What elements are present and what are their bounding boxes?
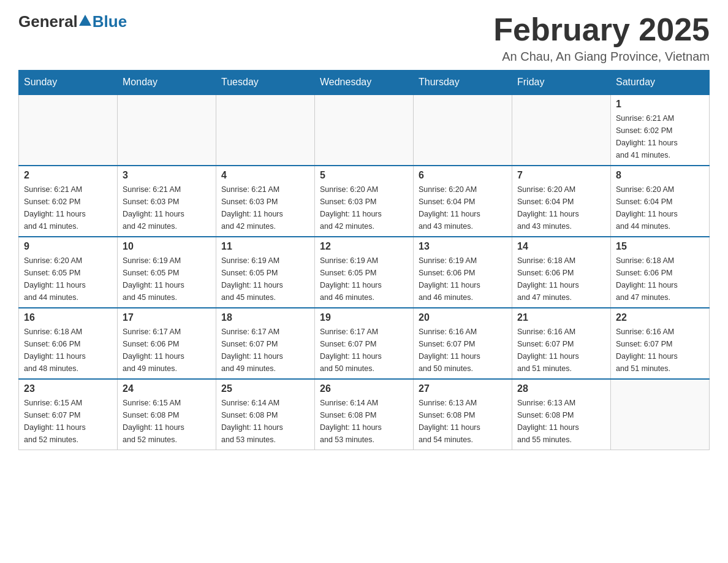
day-header-friday: Friday [512, 71, 611, 95]
month-title: February 2025 [493, 12, 710, 47]
day-header-saturday: Saturday [611, 71, 710, 95]
day-info: Sunrise: 6:13 AMSunset: 6:08 PMDaylight:… [419, 397, 507, 446]
day-info: Sunrise: 6:16 AMSunset: 6:07 PMDaylight:… [616, 326, 704, 375]
day-number: 17 [123, 312, 211, 323]
day-info: Sunrise: 6:14 AMSunset: 6:08 PMDaylight:… [221, 397, 309, 446]
day-header-sunday: Sunday [19, 71, 118, 95]
day-info: Sunrise: 6:19 AMSunset: 6:05 PMDaylight:… [221, 255, 309, 304]
day-number: 5 [320, 170, 408, 181]
day-number: 21 [517, 312, 605, 323]
day-number: 20 [419, 312, 507, 323]
logo-general: General [18, 12, 78, 31]
calendar-cell: 23Sunrise: 6:15 AMSunset: 6:07 PMDayligh… [19, 379, 118, 450]
day-number: 10 [123, 241, 211, 252]
day-info: Sunrise: 6:21 AMSunset: 6:02 PMDaylight:… [616, 112, 704, 161]
day-info: Sunrise: 6:16 AMSunset: 6:07 PMDaylight:… [517, 326, 605, 375]
day-info: Sunrise: 6:21 AMSunset: 6:03 PMDaylight:… [221, 183, 309, 232]
calendar-cell [118, 94, 216, 166]
calendar-cell: 4Sunrise: 6:21 AMSunset: 6:03 PMDaylight… [216, 166, 315, 237]
calendar-cell: 15Sunrise: 6:18 AMSunset: 6:06 PMDayligh… [611, 237, 710, 308]
calendar-cell: 19Sunrise: 6:17 AMSunset: 6:07 PMDayligh… [315, 308, 414, 379]
calendar-cell: 14Sunrise: 6:18 AMSunset: 6:06 PMDayligh… [512, 237, 611, 308]
calendar-cell [216, 94, 315, 166]
day-number: 8 [616, 170, 704, 181]
calendar-cell: 6Sunrise: 6:20 AMSunset: 6:04 PMDaylight… [414, 166, 512, 237]
day-number: 6 [419, 170, 507, 181]
day-header-wednesday: Wednesday [315, 71, 414, 95]
calendar-week-row: 1Sunrise: 6:21 AMSunset: 6:02 PMDaylight… [19, 94, 710, 166]
day-number: 18 [221, 312, 309, 323]
day-number: 9 [24, 241, 112, 252]
day-number: 3 [123, 170, 211, 181]
calendar-week-row: 9Sunrise: 6:20 AMSunset: 6:05 PMDaylight… [19, 237, 710, 308]
day-info: Sunrise: 6:21 AMSunset: 6:03 PMDaylight:… [123, 183, 211, 232]
calendar-cell [512, 94, 611, 166]
day-number: 24 [123, 383, 211, 394]
day-number: 15 [616, 241, 704, 252]
calendar-cell: 18Sunrise: 6:17 AMSunset: 6:07 PMDayligh… [216, 308, 315, 379]
day-header-monday: Monday [118, 71, 216, 95]
location: An Chau, An Giang Province, Vietnam [493, 50, 710, 64]
calendar-cell: 5Sunrise: 6:20 AMSunset: 6:03 PMDaylight… [315, 166, 414, 237]
calendar-cell: 12Sunrise: 6:19 AMSunset: 6:05 PMDayligh… [315, 237, 414, 308]
day-info: Sunrise: 6:15 AMSunset: 6:07 PMDaylight:… [24, 397, 112, 446]
day-info: Sunrise: 6:20 AMSunset: 6:05 PMDaylight:… [24, 255, 112, 304]
day-info: Sunrise: 6:17 AMSunset: 6:07 PMDaylight:… [320, 326, 408, 375]
calendar-cell [315, 94, 414, 166]
day-number: 11 [221, 241, 309, 252]
day-info: Sunrise: 6:18 AMSunset: 6:06 PMDaylight:… [517, 255, 605, 304]
calendar-cell: 20Sunrise: 6:16 AMSunset: 6:07 PMDayligh… [414, 308, 512, 379]
day-info: Sunrise: 6:21 AMSunset: 6:02 PMDaylight:… [24, 183, 112, 232]
day-number: 4 [221, 170, 309, 181]
day-number: 14 [517, 241, 605, 252]
day-info: Sunrise: 6:20 AMSunset: 6:04 PMDaylight:… [616, 183, 704, 232]
calendar-cell: 11Sunrise: 6:19 AMSunset: 6:05 PMDayligh… [216, 237, 315, 308]
day-header-tuesday: Tuesday [216, 71, 315, 95]
calendar-cell: 16Sunrise: 6:18 AMSunset: 6:06 PMDayligh… [19, 308, 118, 379]
day-info: Sunrise: 6:15 AMSunset: 6:08 PMDaylight:… [123, 397, 211, 446]
day-number: 1 [616, 99, 704, 110]
calendar-cell: 3Sunrise: 6:21 AMSunset: 6:03 PMDaylight… [118, 166, 216, 237]
calendar-cell: 10Sunrise: 6:19 AMSunset: 6:05 PMDayligh… [118, 237, 216, 308]
day-number: 19 [320, 312, 408, 323]
calendar-week-row: 23Sunrise: 6:15 AMSunset: 6:07 PMDayligh… [19, 379, 710, 450]
day-number: 27 [419, 383, 507, 394]
calendar-cell: 27Sunrise: 6:13 AMSunset: 6:08 PMDayligh… [414, 379, 512, 450]
day-info: Sunrise: 6:13 AMSunset: 6:08 PMDaylight:… [517, 397, 605, 446]
day-number: 22 [616, 312, 704, 323]
calendar-week-row: 2Sunrise: 6:21 AMSunset: 6:02 PMDaylight… [19, 166, 710, 237]
calendar-cell: 13Sunrise: 6:19 AMSunset: 6:06 PMDayligh… [414, 237, 512, 308]
calendar-cell: 1Sunrise: 6:21 AMSunset: 6:02 PMDaylight… [611, 94, 710, 166]
day-number: 28 [517, 383, 605, 394]
calendar-header-row: SundayMondayTuesdayWednesdayThursdayFrid… [19, 71, 710, 95]
calendar-week-row: 16Sunrise: 6:18 AMSunset: 6:06 PMDayligh… [19, 308, 710, 379]
logo: General Blue [18, 12, 127, 31]
calendar-cell [611, 379, 710, 450]
day-info: Sunrise: 6:20 AMSunset: 6:04 PMDaylight:… [419, 183, 507, 232]
calendar-cell: 9Sunrise: 6:20 AMSunset: 6:05 PMDaylight… [19, 237, 118, 308]
calendar-cell: 26Sunrise: 6:14 AMSunset: 6:08 PMDayligh… [315, 379, 414, 450]
day-number: 12 [320, 241, 408, 252]
day-number: 26 [320, 383, 408, 394]
calendar-table: SundayMondayTuesdayWednesdayThursdayFrid… [18, 70, 710, 450]
calendar-cell [414, 94, 512, 166]
calendar-cell: 7Sunrise: 6:20 AMSunset: 6:04 PMDaylight… [512, 166, 611, 237]
calendar-cell: 25Sunrise: 6:14 AMSunset: 6:08 PMDayligh… [216, 379, 315, 450]
title-section: February 2025 An Chau, An Giang Province… [493, 12, 710, 64]
day-info: Sunrise: 6:14 AMSunset: 6:08 PMDaylight:… [320, 397, 408, 446]
calendar-cell: 22Sunrise: 6:16 AMSunset: 6:07 PMDayligh… [611, 308, 710, 379]
calendar-cell: 28Sunrise: 6:13 AMSunset: 6:08 PMDayligh… [512, 379, 611, 450]
calendar-cell: 2Sunrise: 6:21 AMSunset: 6:02 PMDaylight… [19, 166, 118, 237]
day-info: Sunrise: 6:20 AMSunset: 6:04 PMDaylight:… [517, 183, 605, 232]
calendar-cell [19, 94, 118, 166]
day-number: 13 [419, 241, 507, 252]
day-info: Sunrise: 6:17 AMSunset: 6:06 PMDaylight:… [123, 326, 211, 375]
logo-triangle-icon [79, 15, 91, 26]
day-info: Sunrise: 6:19 AMSunset: 6:05 PMDaylight:… [320, 255, 408, 304]
logo-blue: Blue [93, 12, 127, 31]
calendar-cell: 8Sunrise: 6:20 AMSunset: 6:04 PMDaylight… [611, 166, 710, 237]
day-info: Sunrise: 6:19 AMSunset: 6:05 PMDaylight:… [123, 255, 211, 304]
day-info: Sunrise: 6:18 AMSunset: 6:06 PMDaylight:… [24, 326, 112, 375]
day-number: 25 [221, 383, 309, 394]
day-header-thursday: Thursday [414, 71, 512, 95]
